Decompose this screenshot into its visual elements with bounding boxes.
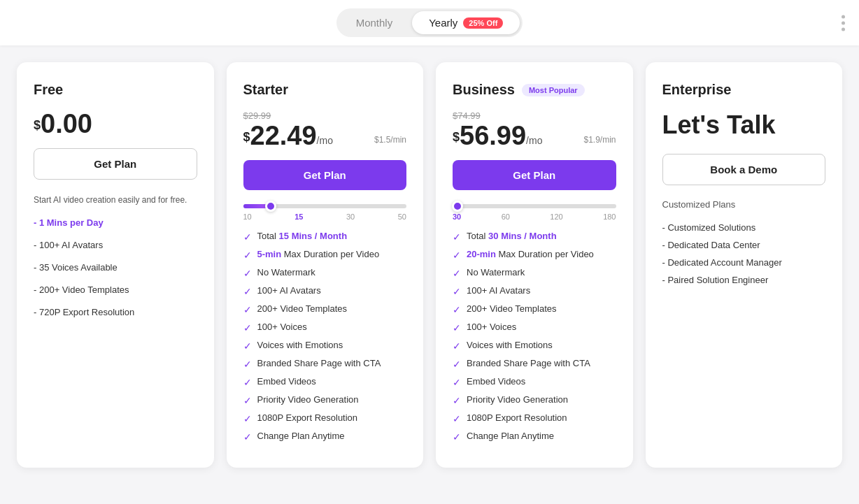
business-feature-text-0: Total 30 Mins / Month bbox=[467, 231, 557, 241]
starter-feature-text-10: 1080P Export Resolution bbox=[257, 412, 358, 423]
business-feature-text-5: 100+ Voices bbox=[467, 322, 516, 332]
starter-feature-7: ✓ Branded Share Page with CTA bbox=[243, 358, 407, 370]
starter-feature-8: ✓ Embed Videos bbox=[243, 376, 407, 388]
business-amount: 56.99 bbox=[460, 122, 526, 149]
check-icon-7: ✓ bbox=[243, 359, 252, 370]
business-feature-0: ✓ Total 30 Mins / Month bbox=[453, 231, 616, 243]
enterprise-feature-3: - Paired Solution Engineer bbox=[662, 275, 826, 285]
plan-starter-header: Starter bbox=[243, 82, 407, 98]
business-feature-10: ✓ 1080P Export Resolution bbox=[453, 412, 616, 424]
plan-enterprise: Enterprise Let's Talk Book a Demo Custom… bbox=[646, 62, 843, 468]
business-feature-text-6: Voices with Emotions bbox=[467, 340, 553, 350]
plan-free: Free $ 0.00 Get Plan Start AI video crea… bbox=[17, 62, 214, 468]
starter-cta-button[interactable]: Get Plan bbox=[243, 160, 407, 190]
business-features: ✓ Total 30 Mins / Month ✓ 20-min Max Dur… bbox=[453, 231, 616, 442]
business-feature-text-4: 200+ Video Templates bbox=[467, 303, 557, 314]
business-cta-button[interactable]: Get Plan bbox=[453, 160, 616, 190]
starter-old-price: $29.99 bbox=[243, 110, 407, 121]
label-60: 60 bbox=[502, 213, 510, 221]
starter-feature-text-0: Total 15 Mins / Month bbox=[257, 231, 348, 241]
free-cta-button[interactable]: Get Plan bbox=[34, 148, 197, 180]
enterprise-features: - Customized Solutions - Dedicated Data … bbox=[662, 222, 826, 285]
yearly-option[interactable]: Yearly 25% Off bbox=[412, 11, 520, 34]
starter-per-min: $1.5/min bbox=[374, 135, 406, 145]
dot-2 bbox=[842, 21, 845, 24]
bcheck-icon-0: ✓ bbox=[453, 231, 461, 243]
label-50: 50 bbox=[398, 213, 406, 221]
business-old-price: $74.99 bbox=[453, 110, 616, 121]
business-currency: $ bbox=[453, 130, 460, 145]
business-feature-4: ✓ 200+ Video Templates bbox=[453, 303, 616, 315]
starter-feature-10: ✓ 1080P Export Resolution bbox=[243, 412, 407, 424]
bcheck-icon-2: ✓ bbox=[453, 268, 461, 279]
monthly-option[interactable]: Monthly bbox=[339, 11, 410, 34]
bcheck-icon-10: ✓ bbox=[453, 413, 461, 424]
bcheck-icon-6: ✓ bbox=[453, 340, 461, 352]
starter-feature-2: ✓ No Watermark bbox=[243, 267, 407, 279]
starter-feature-4: ✓ 200+ Video Templates bbox=[243, 303, 407, 315]
business-slider-track bbox=[453, 204, 616, 208]
starter-feature-9: ✓ Priority Video Generation bbox=[243, 394, 407, 406]
starter-feature-text-3: 100+ AI Avatars bbox=[257, 285, 321, 296]
plan-free-header: Free bbox=[34, 82, 197, 98]
label-30: 30 bbox=[453, 213, 461, 221]
starter-feature-0: ✓ Total 15 Mins / Month bbox=[243, 231, 407, 243]
starter-feature-5: ✓ 100+ Voices bbox=[243, 322, 407, 333]
starter-feature-text-6: Voices with Emotions bbox=[257, 340, 343, 350]
enterprise-feature-1: - Dedicated Data Center bbox=[662, 240, 826, 250]
business-feature-text-11: Change Plan Anytime bbox=[467, 431, 554, 441]
plan-free-name: Free bbox=[34, 82, 63, 98]
business-slider-labels: 30 60 120 180 bbox=[453, 213, 616, 221]
check-icon-11: ✓ bbox=[243, 431, 252, 442]
bcheck-icon-9: ✓ bbox=[453, 395, 461, 406]
business-slider[interactable]: 30 60 120 180 bbox=[453, 204, 616, 221]
business-feature-text-9: Priority Video Generation bbox=[467, 394, 568, 405]
most-popular-badge: Most Popular bbox=[522, 84, 585, 96]
bcheck-icon-3: ✓ bbox=[453, 286, 461, 297]
dot-3 bbox=[842, 27, 845, 31]
starter-feature-text-2: No Watermark bbox=[257, 267, 315, 278]
free-feature-2: - 35 Voices Available bbox=[34, 262, 197, 273]
free-features: - 1 Mins per Day - 100+ AI Avatars - 35 … bbox=[34, 217, 197, 323]
starter-feature-text-8: Embed Videos bbox=[257, 376, 316, 387]
dots-menu-icon[interactable] bbox=[842, 15, 845, 31]
business-feature-text-1: 20-min Max Duration per Video bbox=[467, 249, 594, 259]
starter-feature-11: ✓ Change Plan Anytime bbox=[243, 431, 407, 442]
check-icon-0: ✓ bbox=[243, 231, 252, 243]
enterprise-feature-0: - Customized Solutions bbox=[662, 222, 826, 233]
plan-starter-name: Starter bbox=[243, 82, 288, 98]
starter-features: ✓ Total 15 Mins / Month ✓ 5-min Max Dura… bbox=[243, 231, 407, 442]
business-slider-thumb[interactable] bbox=[452, 201, 463, 212]
starter-slider-thumb[interactable] bbox=[265, 201, 276, 212]
check-icon-2: ✓ bbox=[243, 268, 252, 279]
free-feature-3: - 200+ Video Templates bbox=[34, 285, 197, 295]
label-180: 180 bbox=[603, 213, 616, 221]
business-per-min: $1.9/min bbox=[583, 135, 616, 145]
starter-amount: 22.49 bbox=[250, 122, 317, 149]
starter-feature-text-1: 5-min Max Duration per Video bbox=[257, 249, 380, 259]
business-feature-11: ✓ Change Plan Anytime bbox=[453, 431, 616, 442]
plan-business-name: Business bbox=[453, 82, 515, 98]
check-icon-5: ✓ bbox=[243, 322, 252, 333]
bcheck-icon-4: ✓ bbox=[453, 304, 461, 315]
starter-period: /mo bbox=[317, 135, 333, 146]
check-icon-4: ✓ bbox=[243, 304, 252, 315]
free-amount: 0.00 bbox=[41, 110, 92, 137]
label-15: 15 bbox=[294, 213, 303, 221]
bcheck-icon-5: ✓ bbox=[453, 322, 461, 333]
plans-container: Free $ 0.00 Get Plan Start AI video crea… bbox=[0, 45, 859, 484]
business-feature-9: ✓ Priority Video Generation bbox=[453, 394, 616, 406]
starter-feature-text-11: Change Plan Anytime bbox=[257, 431, 345, 441]
starter-slider[interactable]: 10 15 30 50 bbox=[243, 204, 407, 221]
enterprise-cta-button[interactable]: Book a Demo bbox=[662, 154, 826, 185]
billing-toggle[interactable]: Monthly Yearly 25% Off bbox=[336, 8, 523, 37]
plan-enterprise-name: Enterprise bbox=[662, 82, 732, 98]
business-feature-text-8: Embed Videos bbox=[467, 376, 525, 387]
label-30: 30 bbox=[346, 213, 355, 221]
business-feature-6: ✓ Voices with Emotions bbox=[453, 340, 616, 352]
starter-feature-1: ✓ 5-min Max Duration per Video bbox=[243, 249, 407, 261]
business-feature-text-7: Branded Share Page with CTA bbox=[467, 358, 590, 368]
business-feature-1: ✓ 20-min Max Duration per Video bbox=[453, 249, 616, 261]
check-icon-8: ✓ bbox=[243, 377, 252, 388]
enterprise-feature-2: - Dedicated Account Manager bbox=[662, 257, 826, 268]
